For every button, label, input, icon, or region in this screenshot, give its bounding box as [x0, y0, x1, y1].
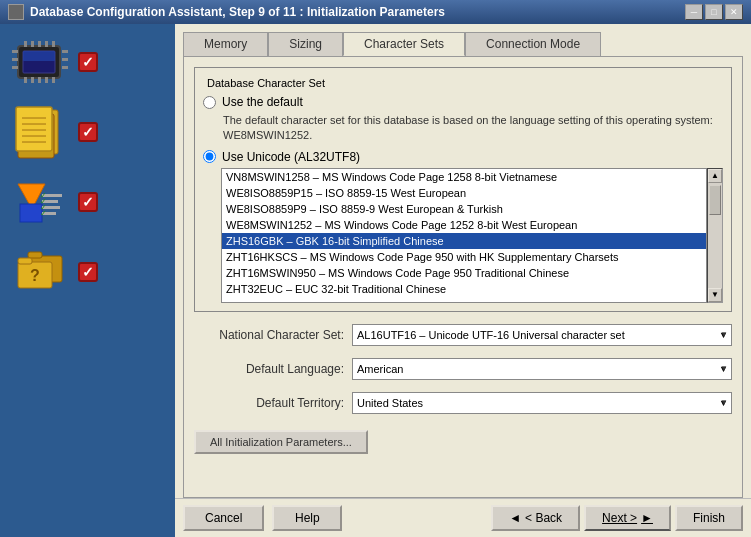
scroll-thumb[interactable] [709, 185, 721, 215]
cancel-button[interactable]: Cancel [183, 505, 264, 531]
sidebar-item-1: ✓ [10, 34, 165, 89]
svg-rect-18 [23, 51, 55, 61]
svg-rect-3 [31, 41, 34, 47]
back-label: < Back [525, 511, 562, 525]
scroll-down-btn[interactable]: ▼ [708, 288, 722, 302]
default-territory-row: Default Territory: United States ▼ [194, 392, 732, 414]
svg-text:✓: ✓ [40, 209, 47, 218]
charset-scrollbar[interactable]: ▲ ▼ [707, 168, 723, 303]
tab-connmode[interactable]: Connection Mode [465, 32, 601, 56]
svg-rect-5 [45, 41, 48, 47]
checkmark-badge-1: ✓ [78, 52, 98, 72]
charset-group-box: Database Character Set Use the default T… [194, 67, 732, 312]
tab-sizing[interactable]: Sizing [268, 32, 343, 56]
default-territory-label: Default Territory: [194, 396, 344, 410]
charset-list-item-zht32euc[interactable]: ZHT32EUC – EUC 32-bit Traditional Chines… [222, 281, 706, 297]
checkmark-badge-4: ✓ [78, 262, 98, 282]
use-unicode-row: Use Unicode (AL32UTF8) [203, 150, 723, 164]
tab-memory[interactable]: Memory [183, 32, 268, 56]
chip-icon-wrapper [10, 34, 70, 89]
folder-svg-icon: ? [10, 244, 70, 299]
default-language-label: Default Language: [194, 362, 344, 376]
svg-text:?: ? [30, 267, 40, 284]
svg-rect-6 [52, 41, 55, 47]
close-button[interactable]: ✕ [725, 4, 743, 20]
scroll-up-btn[interactable]: ▲ [708, 169, 722, 183]
minimize-button[interactable]: ─ [685, 4, 703, 20]
charset-list-item-zhs16gbk[interactable]: ZHS16GBK – GBK 16-bit Simplified Chinese [222, 233, 706, 249]
chip-svg-icon [10, 34, 70, 89]
main-panel: Database Character Set Use the default T… [183, 56, 743, 498]
back-arrow-icon: ◄ [509, 511, 521, 525]
svg-rect-16 [62, 58, 68, 61]
window-controls: ─ □ ✕ [685, 4, 743, 20]
sidebar-item-3: ✓ ✓ ✓ ✓ ✓ [10, 174, 165, 229]
default-language-select-wrapper[interactable]: American ▼ [352, 358, 732, 380]
svg-rect-15 [62, 50, 68, 53]
charset-list[interactable]: VN8MSWIN1258 – MS Windows Code Page 1258… [221, 168, 707, 303]
barrel-icon-wrapper [10, 104, 70, 159]
default-language-row: Default Language: American ▼ [194, 358, 732, 380]
tab-bar: Memory Sizing Character Sets Connection … [183, 32, 743, 56]
default-language-select[interactable]: American [352, 358, 732, 380]
default-territory-select[interactable]: United States [352, 392, 732, 414]
next-button[interactable]: Next > ► [584, 505, 671, 531]
charset-list-item-vn8ms[interactable]: VN8MSWIN1258 – MS Windows Code Page 1258… [222, 169, 706, 185]
svg-rect-8 [31, 77, 34, 83]
svg-rect-10 [45, 77, 48, 83]
footer: Cancel Help ◄ < Back Next > ► Finish [175, 498, 751, 537]
use-unicode-radio[interactable] [203, 150, 216, 163]
charset-list-item-zht16hkscs[interactable]: ZHT16HKSCS – MS Windows Code Page 950 wi… [222, 249, 706, 265]
checkmark-badge-3: ✓ [78, 192, 98, 212]
footer-left-buttons: Cancel Help [183, 505, 342, 531]
checkmark-badge-2: ✓ [78, 122, 98, 142]
barrel-svg-icon [10, 102, 70, 162]
sidebar-item-4: ? ✓ [10, 244, 165, 299]
charset-list-item-we8ms1252[interactable]: WE8MSWIN1252 – MS Windows Code Page 1252… [222, 217, 706, 233]
back-button[interactable]: ◄ < Back [491, 505, 580, 531]
tab-charset[interactable]: Character Sets [343, 32, 465, 56]
sidebar-item-2: ✓ [10, 104, 165, 159]
all-init-params-button[interactable]: All Initialization Parameters... [194, 430, 368, 454]
finish-button[interactable]: Finish [675, 505, 743, 531]
national-charset-row: National Character Set: AL16UTF16 – Unic… [194, 324, 732, 346]
sidebar: ✓ ✓ [0, 24, 175, 537]
charset-list-item-zht16ms950[interactable]: ZHT16MSWIN950 – MS Windows Code Page 950… [222, 265, 706, 281]
title-bar: Database Configuration Assistant, Step 9… [0, 0, 751, 24]
maximize-button[interactable]: □ [705, 4, 723, 20]
svg-rect-21 [16, 107, 52, 151]
use-default-row: Use the default [203, 95, 723, 109]
svg-rect-40 [18, 258, 32, 264]
national-charset-select-wrapper[interactable]: AL16UTF16 – Unicode UTF-16 Universal cha… [352, 324, 732, 346]
default-desc-text: The default character set for this datab… [223, 113, 723, 144]
svg-rect-17 [62, 66, 68, 69]
svg-rect-9 [38, 77, 41, 83]
help-button[interactable]: Help [272, 505, 342, 531]
use-unicode-label[interactable]: Use Unicode (AL32UTF8) [222, 150, 360, 164]
svg-rect-2 [24, 41, 27, 47]
svg-rect-14 [12, 66, 18, 69]
svg-rect-13 [12, 58, 18, 61]
national-charset-select[interactable]: AL16UTF16 – Unicode UTF-16 Universal cha… [352, 324, 732, 346]
svg-rect-38 [28, 252, 42, 258]
group-box-title: Database Character Set [203, 77, 329, 89]
shapes-svg-icon: ✓ ✓ ✓ ✓ [10, 174, 70, 229]
use-default-radio[interactable] [203, 96, 216, 109]
all-init-params-row: All Initialization Parameters... [194, 430, 732, 454]
app-icon [8, 4, 24, 20]
national-charset-label: National Character Set: [194, 328, 344, 342]
charset-list-container: VN8MSWIN1258 – MS Windows Code Page 1258… [221, 168, 723, 303]
footer-right-buttons: ◄ < Back Next > ► Finish [491, 505, 743, 531]
use-default-label[interactable]: Use the default [222, 95, 303, 109]
svg-rect-12 [12, 50, 18, 53]
folder-icon-wrapper: ? [10, 244, 70, 299]
window-title: Database Configuration Assistant, Step 9… [30, 5, 445, 19]
next-arrow-icon: ► [641, 511, 653, 525]
svg-rect-11 [52, 77, 55, 83]
charset-list-item-we8iso9[interactable]: WE8ISO8859P9 – ISO 8859-9 West European … [222, 201, 706, 217]
charset-list-item-we8iso15[interactable]: WE8ISO8859P15 – ISO 8859-15 West Europea… [222, 185, 706, 201]
svg-rect-28 [20, 204, 42, 222]
svg-rect-4 [38, 41, 41, 47]
default-territory-select-wrapper[interactable]: United States ▼ [352, 392, 732, 414]
svg-rect-7 [24, 77, 27, 83]
